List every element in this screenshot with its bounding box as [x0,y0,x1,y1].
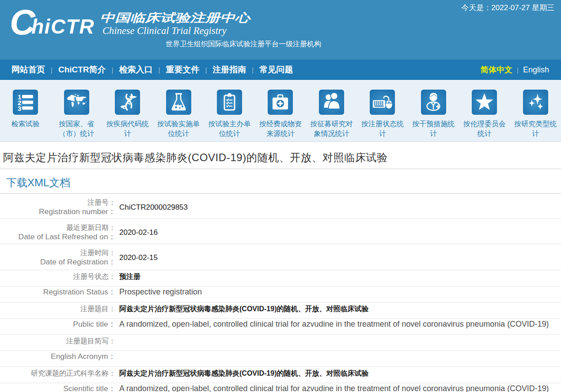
svg-text:3: 3 [18,105,21,112]
